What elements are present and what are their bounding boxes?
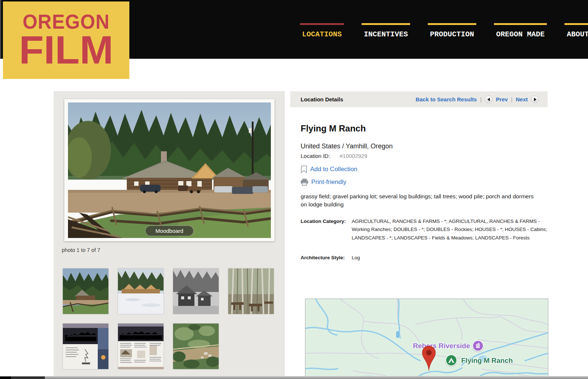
thumbnail-2[interactable] [118,268,164,314]
prev-arrow-icon[interactable] [485,95,492,103]
location-id-value: #10002929 [340,153,367,159]
location-details-header-bar: Location Details Back to Search Results … [290,91,548,107]
thumbnail-7-image [173,324,219,369]
location-title: Flying M Ranch [301,123,366,134]
next-arrow-icon[interactable] [531,95,539,103]
next-link[interactable]: Next [516,96,528,102]
back-to-search-results-link[interactable]: Back to Search Results [416,96,477,102]
thumbnail-6-image [118,324,164,369]
architecture-style-label: Architecture Style: [301,255,345,260]
location-category-label: Location Category: [301,217,350,225]
location-id-row: Location ID: #10002929 [301,153,367,159]
ranch-photo-image [68,102,271,238]
separator: | [480,97,482,102]
architecture-style-value: Log [352,255,360,260]
photo-counter: photo 1 to 7 of 7 [62,247,100,253]
location-id-label: Location ID: [301,153,330,159]
page: OREGON FILM LOCATIONS INCENTIVES PRODUCT… [0,0,588,379]
scrollbar-thumb[interactable] [0,376,45,379]
prev-link[interactable]: Prev [496,96,508,102]
main-location-photo[interactable]: Moodboard [64,99,275,241]
nav-item-about[interactable]: ABOUT [564,23,588,39]
add-to-collection-action[interactable]: Add to Collection [301,165,358,173]
nav-item-production[interactable]: PRODUCTION [428,23,476,39]
bookmark-icon [301,165,307,173]
tent-glyph [448,357,455,363]
location-map[interactable]: Rebers Riverside Flying M Ranch [305,299,548,379]
location-region: United States / Yamhill, Oregon [301,142,392,150]
nav-item-locations[interactable]: LOCATIONS [300,23,344,39]
thumbnail-4[interactable] [228,268,274,314]
thumbnail-5[interactable] [63,324,108,369]
thumbnail-4-image [228,268,274,314]
print-friendly-link[interactable]: Print-friendly [311,178,346,186]
horizontal-scrollbar[interactable] [0,376,588,379]
map-label-flying-m-ranch: Flying M Ranch [461,357,513,365]
thumbnail-2-image [118,268,164,314]
map-label-rebers-riverside: Rebers Riverside [409,342,470,350]
thumbnail-6[interactable] [118,324,164,369]
printer-icon [301,178,308,186]
results-navigation: Back to Search Results | Prev | Next [416,95,539,103]
thumbnail-3-image [173,268,219,314]
location-category-value: AGRICULTURAL, RANCHES & FARMS - *; AGRIC… [352,217,549,242]
nav-item-incentives[interactable]: INCENTIVES [362,23,410,39]
main-navigation: LOCATIONS INCENTIVES PRODUCTION OREGON M… [300,23,588,39]
moodboard-button[interactable]: Moodboard [145,225,194,236]
thumbnail-1[interactable] [63,268,108,314]
thumbnail-3[interactable] [173,268,219,314]
location-description: grassy field; gravel parking lot; severa… [301,192,539,209]
add-to-collection-link[interactable]: Add to Collection [310,166,358,173]
nav-item-oregon-made[interactable]: OREGON MADE [494,23,547,39]
logo-line2: FILM [19,32,114,68]
print-friendly-action[interactable]: Print-friendly [301,178,346,186]
separator: | [511,97,513,102]
landmark-glyph [475,343,481,349]
campground-marker-icon[interactable] [445,354,457,366]
thumbnail-7[interactable] [173,324,219,369]
thumbnail-5-image [63,324,108,369]
oregon-film-logo[interactable]: OREGON FILM [3,1,129,79]
thumbnail-1-image [63,268,108,314]
map-pin-icon[interactable] [422,346,436,371]
panel-title: Location Details [301,96,343,102]
window-edge [0,0,1,59]
landmark-marker-icon[interactable] [472,340,484,351]
